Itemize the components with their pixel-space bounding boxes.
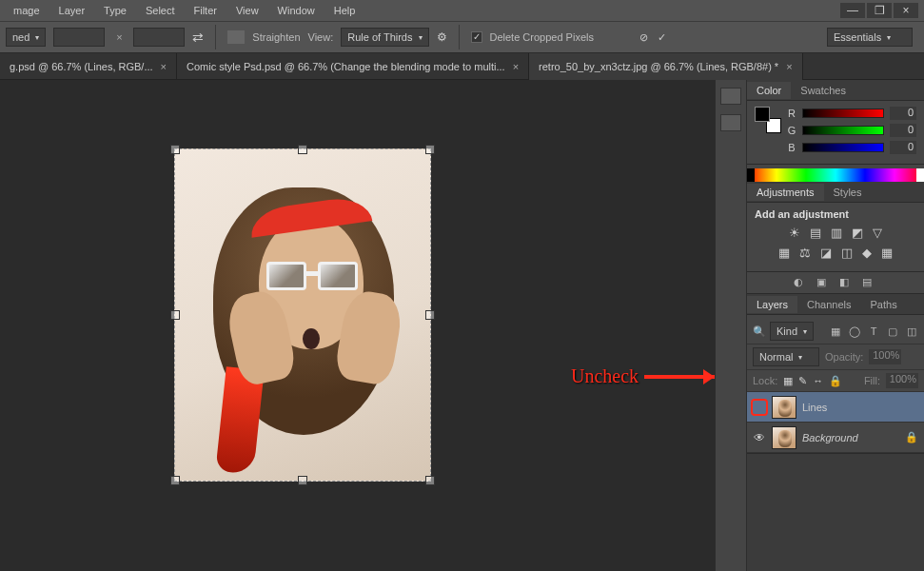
color-balance-icon[interactable]: ⚖ xyxy=(799,246,811,260)
maximize-button[interactable]: ❐ xyxy=(867,3,892,18)
posterize-icon[interactable]: ▣ xyxy=(816,276,832,287)
menu-window[interactable]: Window xyxy=(268,2,324,19)
panel-tab-adjustments[interactable]: Adjustments xyxy=(747,184,824,201)
menu-help[interactable]: Help xyxy=(324,2,365,19)
image-content xyxy=(303,328,320,349)
crop-options-gear-icon[interactable]: ⚙ xyxy=(437,30,447,44)
lock-pixels-icon[interactable]: ✎ xyxy=(798,375,807,387)
red-slider[interactable] xyxy=(802,108,884,118)
crop-handle[interactable] xyxy=(425,476,435,485)
brightness-contrast-icon[interactable]: ☀ xyxy=(789,226,800,240)
filter-type-icon[interactable]: T xyxy=(867,325,880,338)
document-tab[interactable]: Comic style Psd.psd @ 66.7% (Change the … xyxy=(177,53,529,80)
filter-shape-icon[interactable]: ▢ xyxy=(886,325,899,338)
opacity-input[interactable]: 100% xyxy=(869,349,901,364)
menu-view[interactable]: View xyxy=(226,2,268,19)
close-icon[interactable]: × xyxy=(161,61,167,72)
panel-tab-color[interactable]: Color xyxy=(747,82,791,99)
panel-tab-paths[interactable]: Paths xyxy=(861,296,907,313)
blend-mode-dropdown[interactable]: Normal ▾ xyxy=(753,347,819,366)
crop-handle[interactable] xyxy=(425,310,435,320)
crop-handle[interactable] xyxy=(298,476,307,485)
straighten-label[interactable]: Straighten xyxy=(252,31,300,43)
crop-handle[interactable] xyxy=(170,310,180,320)
channel-mixer-icon[interactable]: ◆ xyxy=(862,246,872,260)
green-slider[interactable] xyxy=(802,126,884,135)
color-spectrum[interactable] xyxy=(747,168,924,182)
blue-value-input[interactable]: 0 xyxy=(890,141,916,154)
panel-tab-styles[interactable]: Styles xyxy=(824,184,872,201)
vibrance-icon[interactable]: ▽ xyxy=(873,226,882,240)
red-value-input[interactable]: 0 xyxy=(890,107,916,120)
menu-filter[interactable]: Filter xyxy=(185,2,226,19)
cancel-crop-icon[interactable]: ⊘ xyxy=(639,31,648,44)
adjustments-row-1: ☀ ▤ ▥ ◩ ▽ xyxy=(755,226,916,240)
document-tab-active[interactable]: retro_50_by_xn3ctz.jpg @ 66.7% (Lines, R… xyxy=(529,53,803,80)
panel-tab-layers[interactable]: Layers xyxy=(747,296,797,313)
adjustments-title: Add an adjustment xyxy=(755,208,916,220)
levels-icon[interactable]: ▤ xyxy=(810,226,821,240)
crop-handle[interactable] xyxy=(425,145,435,154)
fill-input[interactable]: 100% xyxy=(886,373,918,388)
filter-smart-icon[interactable]: ◫ xyxy=(905,325,918,338)
crop-preset-dropdown[interactable]: ned ▾ xyxy=(6,28,46,47)
minimize-button[interactable]: — xyxy=(840,3,865,18)
photo-filter-icon[interactable]: ◫ xyxy=(841,246,853,260)
panel-tab-channels[interactable]: Channels xyxy=(797,296,860,313)
crop-height-input[interactable] xyxy=(133,28,185,47)
canvas-document[interactable] xyxy=(174,148,431,482)
foreground-background-swatch[interactable] xyxy=(755,107,781,133)
close-icon[interactable]: × xyxy=(513,61,519,72)
curves-icon[interactable]: ▥ xyxy=(831,226,842,240)
lock-transparent-icon[interactable]: ▦ xyxy=(783,375,793,387)
crop-handle[interactable] xyxy=(170,476,180,485)
layer-name[interactable]: Background xyxy=(802,432,899,443)
commit-crop-icon[interactable]: ✓ xyxy=(658,31,666,44)
menu-select[interactable]: Select xyxy=(136,2,185,19)
crop-handle[interactable] xyxy=(298,145,307,154)
lock-all-icon[interactable]: 🔒 xyxy=(829,375,842,387)
color-lookup-icon[interactable]: ▦ xyxy=(881,246,893,260)
delete-cropped-label[interactable]: Delete Cropped Pixels xyxy=(490,31,594,43)
close-icon[interactable]: × xyxy=(786,61,792,72)
layer-thumbnail[interactable] xyxy=(772,426,796,449)
threshold-icon[interactable]: ◧ xyxy=(839,276,855,287)
menu-type[interactable]: Type xyxy=(94,2,136,19)
dock-panel-icon[interactable] xyxy=(720,88,741,105)
lock-position-icon[interactable]: ↔ xyxy=(813,375,823,386)
document-tab[interactable]: g.psd @ 66.7% (Lines, RGB/... × xyxy=(0,53,177,80)
black-white-icon[interactable]: ◪ xyxy=(820,246,832,260)
layer-filter-kind-dropdown[interactable]: Kind ▾ xyxy=(770,322,814,341)
close-window-button[interactable]: × xyxy=(894,3,918,18)
blue-slider[interactable] xyxy=(802,143,884,152)
green-value-input[interactable]: 0 xyxy=(890,124,916,137)
panel-tab-swatches[interactable]: Swatches xyxy=(791,82,855,99)
layer-thumbnail[interactable] xyxy=(772,396,796,419)
crop-overlay-dropdown[interactable]: Rule of Thirds ▾ xyxy=(341,28,428,47)
layer-row[interactable]: 👁 Background 🔒 xyxy=(747,423,924,453)
blend-mode-row: Normal ▾ Opacity: 100% xyxy=(747,345,924,370)
swap-dimensions-icon[interactable]: ⇄ xyxy=(192,30,204,45)
menu-layer[interactable]: Layer xyxy=(49,2,95,19)
dock-panel-icon[interactable] xyxy=(720,114,741,131)
invert-icon[interactable]: ◐ xyxy=(794,276,809,287)
delete-cropped-checkbox[interactable]: ✓ xyxy=(471,31,482,43)
filter-adjustment-icon[interactable]: ◯ xyxy=(848,325,861,338)
crop-width-input[interactable] xyxy=(53,28,105,47)
layer-row[interactable]: Lines xyxy=(747,392,924,423)
foreground-color-swatch[interactable] xyxy=(755,107,770,122)
exposure-icon[interactable]: ◩ xyxy=(852,226,863,240)
layer-visibility-toggle[interactable] xyxy=(753,401,766,414)
filter-pixel-icon[interactable]: ▦ xyxy=(829,325,842,338)
layer-visibility-toggle[interactable]: 👁 xyxy=(753,431,766,444)
fill-label: Fill: xyxy=(864,375,880,386)
workspace-dropdown[interactable]: Essentials ▾ xyxy=(827,28,913,47)
menu-image[interactable]: mage xyxy=(4,2,49,19)
clear-width-icon[interactable]: × xyxy=(112,30,126,44)
canvas-area[interactable]: Uncheck xyxy=(0,80,715,571)
hue-saturation-icon[interactable]: ▦ xyxy=(778,246,790,260)
straighten-icon[interactable] xyxy=(227,30,245,44)
crop-handle[interactable] xyxy=(170,145,180,154)
gradient-map-icon[interactable]: ▤ xyxy=(862,276,877,287)
layer-name[interactable]: Lines xyxy=(802,402,918,413)
